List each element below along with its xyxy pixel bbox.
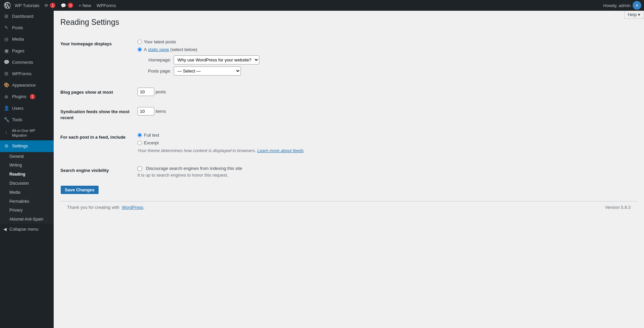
collapse-label: Collapse menu	[9, 227, 39, 232]
wp-footer: Thank you for creating with WordPress. V…	[60, 201, 637, 213]
users-icon: 👤	[3, 105, 9, 111]
menu-item-all-in-one[interactable]: ↑ All-in-One WP Migration	[0, 126, 54, 141]
new-content-link[interactable]: + New	[76, 0, 94, 11]
comments-link[interactable]: 💬 Comments	[0, 57, 54, 68]
wpforms-label: WPForms	[12, 71, 32, 77]
blog-pages-input[interactable]	[138, 88, 154, 96]
submenu-permalinks[interactable]: Permalinks	[0, 197, 54, 206]
posts-link[interactable]: ✎ Posts	[0, 22, 54, 34]
feed-full-text-text: Full text	[144, 133, 159, 138]
discussion-label: Discussion	[9, 181, 29, 186]
appearance-icon: 🎨	[3, 82, 9, 88]
akismet-link[interactable]: Akismet Anti-Spam	[0, 215, 54, 224]
pages-icon: ▣	[3, 48, 9, 54]
collapse-menu-button[interactable]: ◀ Collapse menu	[0, 224, 54, 234]
permalinks-link[interactable]: Permalinks	[0, 197, 54, 206]
media-sub-link[interactable]: Media	[0, 188, 54, 197]
homepage-select[interactable]: Why use WordPress for your website? Samp…	[174, 55, 259, 64]
submenu-privacy[interactable]: Privacy	[0, 206, 54, 215]
media-link[interactable]: ⊟ Media	[0, 34, 54, 45]
feed-full-text-radio[interactable]	[138, 133, 142, 137]
reading-link[interactable]: Reading	[0, 170, 54, 179]
dashboard-label: Dashboard	[12, 13, 34, 19]
save-changes-button[interactable]: Save Changes	[60, 185, 99, 194]
site-name-link[interactable]: WP Tutorials	[12, 0, 42, 11]
feed-excerpt-label[interactable]: Excerpt	[138, 140, 159, 145]
submenu-akismet[interactable]: Akismet Anti-Spam	[0, 215, 54, 224]
submenu-reading[interactable]: Reading	[0, 170, 54, 179]
general-link[interactable]: General	[0, 152, 54, 161]
menu-item-wpforms[interactable]: ⊞ WPForms	[0, 68, 54, 80]
appearance-link[interactable]: 🎨 Appearance	[0, 80, 54, 91]
syndication-label: Syndication feeds show the most recent	[60, 102, 134, 128]
search-engine-checkbox[interactable]	[138, 167, 142, 171]
settings-link[interactable]: ⚙ Settings	[0, 140, 54, 152]
wp-wrap: ⊞ Dashboard ✎ Posts ⊟ Media ▣ Page	[0, 11, 644, 328]
static-page-suffix: (select below)	[170, 47, 197, 52]
pages-link[interactable]: ▣ Pages	[0, 45, 54, 57]
menu-item-comments[interactable]: 💬 Comments	[0, 57, 54, 68]
syndication-input[interactable]	[138, 107, 154, 115]
submenu-general[interactable]: General	[0, 152, 54, 161]
feed-excerpt-option: Excerpt	[138, 140, 359, 145]
learn-more-feeds-link[interactable]: Learn more about feeds	[257, 148, 304, 153]
homepage-displays-cell: Your latest posts A static page (select …	[134, 34, 362, 83]
wpforms-link[interactable]: ⊞ WPForms	[0, 68, 54, 80]
menu-item-tools[interactable]: 🔧 Tools	[0, 114, 54, 126]
wpforms-adminbar-link[interactable]: WPForms	[94, 0, 119, 11]
menu-item-dashboard[interactable]: ⊞ Dashboard	[0, 11, 54, 22]
latest-posts-label[interactable]: Your latest posts	[138, 39, 176, 44]
wp-logo[interactable]	[3, 0, 12, 11]
privacy-label: Privacy	[9, 207, 22, 213]
plugins-link[interactable]: ⊕ Plugins 1	[0, 91, 54, 102]
menu-item-settings[interactable]: ⚙ Settings General Writing	[0, 140, 54, 224]
comments-icon: 💬	[3, 59, 9, 65]
submenu-media[interactable]: Media	[0, 188, 54, 197]
latest-posts-radio[interactable]	[138, 40, 142, 44]
writing-link[interactable]: Writing	[0, 161, 54, 170]
posts-page-select[interactable]: — Select — Blog News	[174, 66, 241, 76]
search-engine-checkbox-label[interactable]: Discourage search engines from indexing …	[138, 166, 359, 171]
homepage-displays-label: Your homepage displays	[60, 34, 134, 83]
settings-submenu: General Writing Reading	[0, 152, 54, 224]
feed-excerpt-radio[interactable]	[138, 141, 142, 145]
feed-include-cell: Full text Excerpt	[134, 128, 362, 161]
permalinks-label: Permalinks	[9, 199, 29, 204]
static-page-label[interactable]: A static page (select below)	[138, 47, 197, 52]
menu-item-plugins[interactable]: ⊕ Plugins 1	[0, 91, 54, 102]
static-page-radio[interactable]	[138, 47, 142, 52]
discussion-link[interactable]: Discussion	[0, 179, 54, 188]
menu-item-users[interactable]: 👤 Users	[0, 103, 54, 114]
feed-include-label: For each post in a feed, include	[60, 128, 134, 161]
plugins-icon: ⊕	[3, 94, 9, 100]
menu-item-pages[interactable]: ▣ Pages	[0, 45, 54, 57]
search-engine-label: Search engine visibility	[60, 161, 134, 185]
users-label: Users	[12, 105, 23, 111]
feed-full-text-label[interactable]: Full text	[138, 133, 159, 138]
tools-label: Tools	[12, 117, 22, 123]
menu-item-media[interactable]: ⊟ Media	[0, 34, 54, 45]
static-page-link[interactable]: static page	[148, 47, 169, 52]
comments-count: 0	[68, 3, 73, 8]
menu-item-appearance[interactable]: 🎨 Appearance	[0, 80, 54, 91]
updates-link[interactable]: ⟳ 1	[42, 0, 58, 11]
akismet-label: Akismet Anti-Spam	[9, 217, 43, 222]
submenu-writing[interactable]: Writing	[0, 161, 54, 170]
page-title: Reading Settings	[60, 17, 362, 28]
admin-menu-wrap: ⊞ Dashboard ✎ Posts ⊟ Media ▣ Page	[0, 11, 54, 328]
privacy-link[interactable]: Privacy	[0, 206, 54, 215]
updates-icon: ⟳	[45, 3, 48, 8]
comments-link[interactable]: 💬 0	[58, 0, 76, 11]
all-in-one-link[interactable]: ↑ All-in-One WP Migration	[0, 126, 54, 141]
tools-link[interactable]: 🔧 Tools	[0, 114, 54, 126]
wordpress-link[interactable]: WordPress	[122, 205, 143, 210]
settings-table: Your homepage displays Your latest posts	[60, 34, 362, 186]
menu-item-posts[interactable]: ✎ Posts	[0, 22, 54, 34]
dashboard-link[interactable]: ⊞ Dashboard	[0, 11, 54, 22]
users-link[interactable]: 👤 Users	[0, 103, 54, 114]
updates-count: 1	[50, 3, 55, 8]
help-button[interactable]: Help ▾	[624, 11, 644, 19]
submenu-discussion[interactable]: Discussion	[0, 179, 54, 188]
main-content: Reading Settings Your homepage displays	[54, 11, 644, 328]
content-body: Reading Settings Your homepage displays	[54, 11, 644, 220]
